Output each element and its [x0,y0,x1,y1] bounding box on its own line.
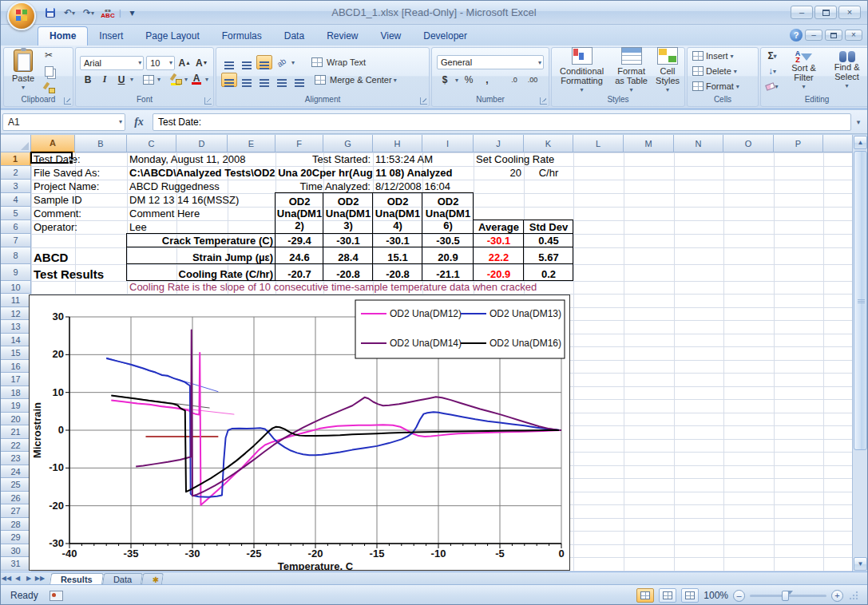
zoom-slider[interactable] [750,595,826,597]
vertical-scroll-thumb[interactable] [854,151,867,450]
delete-cells-button[interactable]: Delete▾ [691,64,755,79]
next-sheet-button[interactable]: ▶ [23,573,34,583]
row-header-14[interactable]: 14 [1,334,31,346]
col-header-K[interactable]: K [524,135,573,152]
cell-K2[interactable]: C/hr [524,166,573,180]
customize-qat-button[interactable]: ▾ [125,6,141,20]
row-header-13[interactable]: 13 [1,320,31,334]
col-header-I[interactable]: I [422,135,474,152]
row-header-5[interactable]: 5 [1,207,31,220]
row-header-7[interactable]: 7 [1,234,31,247]
previous-sheet-button[interactable]: ◀ [12,573,23,583]
row-header-2[interactable]: 2 [1,166,31,180]
undo-button[interactable]: ↶▾ [61,6,77,20]
font-color-button[interactable]: A [188,73,204,87]
cell-J2[interactable]: 20 [474,166,524,180]
accounting-format-button[interactable]: $ [437,73,453,87]
row-header-26[interactable]: 26 [1,492,31,504]
middle-align-button[interactable] [239,55,255,69]
cell-C10[interactable]: Cooling Rate is the slope of 10 consecut… [127,281,573,294]
scroll-up-button[interactable]: ▲ [854,136,867,149]
format-cells-button[interactable]: Format▾ [691,79,755,94]
insert-worksheet-tab[interactable]: ✱ [141,573,164,585]
row-header-16[interactable]: 16 [1,360,31,373]
merge-center-button[interactable] [312,73,328,87]
ribbon-tab-view[interactable]: View [369,27,412,45]
cell-C4[interactable]: DM 12 13 14 16(MSSZ) [127,193,176,207]
italic-button[interactable]: I [97,73,113,87]
last-sheet-button[interactable]: ▶▶ [34,573,46,583]
ribbon-tab-home[interactable]: Home [38,26,88,45]
col-header-E[interactable]: E [228,135,275,152]
cell-A6[interactable]: Operator: [31,220,75,234]
col-header-J[interactable]: J [474,135,524,152]
row-header-12[interactable]: 12 [1,307,31,320]
page-layout-view-button[interactable] [659,588,676,603]
cell-A9[interactable]: Test Results [31,264,75,281]
workbook-close-button[interactable]: × [845,30,862,41]
wrap-text-label[interactable]: Wrap Text [327,57,366,67]
resize-grip[interactable] [848,590,859,601]
row-header-27[interactable]: 27 [1,504,31,518]
align-right-button[interactable] [256,73,272,87]
cell-C6[interactable]: Lee [127,220,176,234]
row-header-1[interactable]: 1 [1,152,31,166]
spelling-button[interactable]: «»ABC [100,6,116,20]
grow-font-button[interactable]: A▲ [177,56,192,70]
ribbon-tab-developer[interactable]: Developer [412,27,478,45]
autosum-button[interactable]: Σ▾ [764,49,780,63]
expand-formula-bar-button[interactable]: ▾ [851,118,866,126]
zoom-level[interactable]: 100% [704,590,728,601]
number-format-select[interactable]: General▾ [437,55,544,69]
fill-button[interactable]: ↓▾ [764,64,780,78]
zoom-out-button[interactable]: – [733,590,745,602]
page-break-view-button[interactable] [681,588,699,603]
row-header-10[interactable]: 10 [1,281,31,294]
decrease-indent-button[interactable] [274,73,290,87]
row-header-17[interactable]: 17 [1,373,31,386]
col-header-M[interactable]: M [624,135,674,152]
row-header-19[interactable]: 19 [1,399,31,413]
close-button[interactable]: × [838,6,861,19]
row-header-3[interactable]: 3 [1,180,31,193]
clear-button[interactable]: ▾ [764,79,780,93]
row-header-20[interactable]: 20 [1,413,31,425]
row-header-6[interactable]: 6 [1,220,31,234]
font-family-select[interactable]: Arial▾ [80,56,144,70]
row-header-24[interactable]: 24 [1,465,31,478]
percent-style-button[interactable]: % [461,73,477,87]
format-as-table-button[interactable]: Format as Table▾ [610,45,652,97]
sort-filter-button[interactable]: AZ Sort & Filter▾ [783,49,824,93]
embedded-chart[interactable]: 3020100-10-20-30-40-35-30-25-20-15-10-50… [29,295,570,571]
col-header-G[interactable]: G [323,135,373,152]
insert-function-button[interactable]: fx [125,116,153,129]
row-header-9[interactable]: 9 [1,264,31,281]
normal-view-button[interactable] [636,588,654,603]
format-painter-button[interactable] [41,80,57,94]
ribbon-tab-formulas[interactable]: Formulas [211,27,273,45]
center-button[interactable] [239,73,255,87]
vertical-scrollbar[interactable]: ▲ ▼ [852,135,867,571]
shrink-font-button[interactable]: A▼ [194,56,209,70]
select-all-corner[interactable] [1,135,31,152]
name-box[interactable]: A1▾ [2,113,125,131]
col-header-A[interactable]: A [31,135,75,152]
cell-A3[interactable]: Project Name: [31,180,75,193]
conditional-formatting-button[interactable]: Conditional Formatting▾ [553,45,610,97]
font-size-select[interactable]: 10▾ [146,56,175,70]
find-select-button[interactable]: Find & Select▾ [824,50,868,92]
bottom-align-button[interactable] [256,55,272,69]
cell-F3[interactable]: Time Analyzed: [275,180,373,193]
formula-input[interactable]: Test Date: [153,113,851,131]
help-button[interactable]: ? [790,29,803,42]
cell-A5[interactable]: Comment: [31,207,75,220]
office-button[interactable] [7,2,36,30]
orientation-button[interactable]: ab [274,55,290,69]
cell-J1[interactable]: Set Cooling Rate [474,152,573,166]
col-header-P[interactable]: P [774,135,823,152]
row-header-4[interactable]: 4 [1,193,31,207]
scroll-down-button[interactable]: ▼ [854,557,867,571]
row-header-22[interactable]: 22 [1,439,31,452]
macro-record-button[interactable] [50,591,63,601]
cell-C3[interactable]: ABCD Ruggedness [127,180,176,193]
